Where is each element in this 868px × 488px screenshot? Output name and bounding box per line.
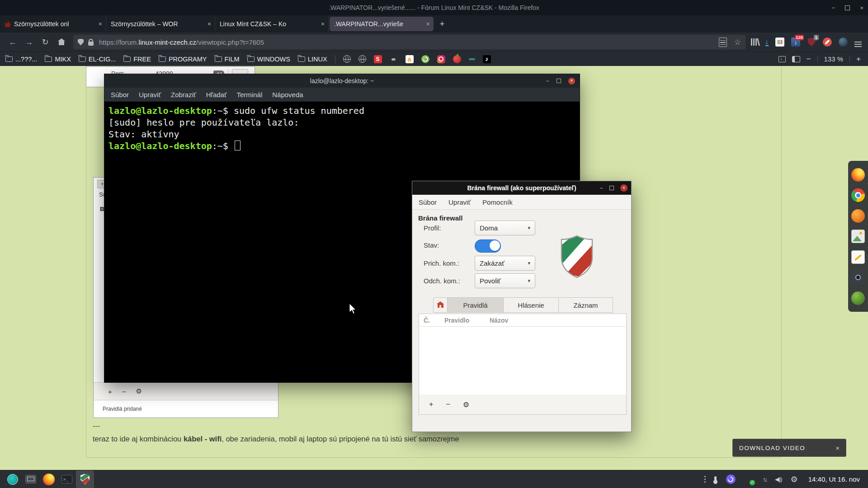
incoming-dropdown[interactable]: Zakázať xyxy=(475,256,535,271)
taskbar-firefox[interactable] xyxy=(40,470,58,488)
green-app-icon[interactable] xyxy=(851,291,865,305)
network-transfer-icon[interactable]: ↑↓ xyxy=(763,476,766,483)
s3-extension-icon[interactable]: S3 xyxy=(775,38,784,47)
instagram-bookmark-icon[interactable] xyxy=(437,55,445,63)
bookmark-folder[interactable]: FILM xyxy=(215,56,240,63)
close-icon[interactable] xyxy=(568,78,575,84)
menu-terminal[interactable]: Terminál xyxy=(237,91,263,99)
taskbar-firewall-active[interactable] xyxy=(76,470,94,488)
taskbar-files[interactable] xyxy=(22,470,40,488)
security-tray-icon[interactable]: ✓ xyxy=(744,474,754,484)
outgoing-dropdown[interactable]: Povoliť xyxy=(475,273,535,288)
tab-close-icon[interactable] xyxy=(321,20,325,28)
zoom-in-button[interactable] xyxy=(856,55,861,64)
infinity-site-bookmark-icon[interactable]: ∞ xyxy=(390,55,398,63)
reload-button[interactable]: ↻ xyxy=(37,35,53,49)
tab-pravidla[interactable]: Pravidlá xyxy=(448,297,504,313)
menu-upravit[interactable]: Upraviť xyxy=(139,91,161,99)
menu-hladat[interactable]: Hľadať xyxy=(206,91,227,99)
tab-szornyszulottek-1[interactable]: Szörnyszülöttek onl xyxy=(0,15,106,33)
status-toggle[interactable] xyxy=(475,239,501,253)
rules-table[interactable]: Č. Pravidlo Názov xyxy=(419,314,627,395)
tab-szornyszulottek-2[interactable]: Szörnyszülöttek – WOR xyxy=(106,15,215,33)
orange-app-icon[interactable] xyxy=(851,209,865,223)
tab-linux-mint-forum[interactable]: Linux Mint CZ&SK – Ko xyxy=(215,15,329,33)
notes-icon[interactable] xyxy=(851,250,865,264)
thermometer-icon[interactable] xyxy=(714,476,717,482)
add-rule-button[interactable] xyxy=(429,400,433,408)
bookmark-folder[interactable]: FREE xyxy=(123,56,151,63)
hammer-extension-icon[interactable] xyxy=(823,38,832,47)
tab-zaznam[interactable]: Záznam xyxy=(559,297,613,313)
menu-napoveda[interactable]: Nápoveda xyxy=(272,91,303,99)
tab-warpinator-active[interactable]: .WARPINATOR...vyrieše xyxy=(330,17,434,31)
menu-pomocnik[interactable]: Pomocník xyxy=(482,198,513,206)
viber-icon[interactable] xyxy=(726,474,736,484)
volume-icon[interactable]: ◀)) xyxy=(775,476,782,483)
bookmark-folder[interactable]: EL-CIG... xyxy=(79,56,116,63)
globe-extension-icon[interactable] xyxy=(839,38,848,47)
minimize-icon[interactable] xyxy=(546,78,549,84)
tiktok-bookmark-icon[interactable]: ♪ xyxy=(483,55,491,63)
close-icon[interactable] xyxy=(835,444,840,452)
tab-hlasenie[interactable]: Hlásenie xyxy=(504,297,559,313)
url-bar[interactable]: https://forum.linux-mint-czech.cz/viewto… xyxy=(73,35,745,49)
column-number[interactable]: Č. xyxy=(419,317,440,324)
lock-icon[interactable] xyxy=(88,42,94,46)
whatsapp-bookmark-icon[interactable] xyxy=(421,55,429,63)
firewall-titlebar[interactable]: Brána firewall (ako superpoužívateľ) xyxy=(412,181,631,195)
tab-close-icon[interactable] xyxy=(426,20,430,28)
chrome-icon[interactable] xyxy=(851,188,865,202)
adblock-extension-icon[interactable]: 1 xyxy=(807,38,816,47)
column-name[interactable]: Názov xyxy=(485,317,508,324)
back-button[interactable]: ← xyxy=(5,35,21,49)
maximize-icon[interactable] xyxy=(845,5,850,10)
s-site-bookmark-icon[interactable]: S xyxy=(374,55,382,63)
taskbar-terminal[interactable]: >_ xyxy=(58,470,76,488)
remove-rule-button[interactable] xyxy=(446,400,450,408)
minimize-icon[interactable] xyxy=(599,185,603,192)
edit-rule-button[interactable] xyxy=(463,400,469,409)
menu-zobrazit[interactable]: Zobraziť xyxy=(171,91,196,99)
settings-gear-icon[interactable] xyxy=(791,474,798,484)
video-downloader-extension-icon[interactable]: ↓120 xyxy=(791,38,800,47)
bookmark-folder[interactable]: LINUX xyxy=(298,56,327,63)
menu-subor[interactable]: Súbor xyxy=(111,91,129,99)
image-viewer-icon[interactable] xyxy=(851,230,865,243)
firefox-icon[interactable] xyxy=(851,168,865,182)
sidebar-toggle-icon[interactable] xyxy=(792,56,800,62)
apple-site-bookmark-icon[interactable] xyxy=(453,55,461,63)
home-tab[interactable] xyxy=(433,297,448,313)
close-icon[interactable] xyxy=(620,184,627,192)
bookmark-star-icon[interactable]: ☆ xyxy=(734,38,741,47)
hamburger-menu-icon[interactable] xyxy=(854,42,862,42)
terminal-titlebar[interactable]: lazlo@lazlo-desktop: ~ xyxy=(104,74,580,88)
library-icon[interactable] xyxy=(751,38,752,46)
tab-close-icon[interactable] xyxy=(208,20,211,28)
download-video-toast[interactable]: DOWNLOAD VIDEO xyxy=(732,439,846,457)
overflow-dots-icon[interactable] xyxy=(704,479,706,480)
screenshot-icon[interactable] xyxy=(851,271,865,284)
profile-dropdown[interactable]: Doma xyxy=(475,221,535,235)
import-tab-icon[interactable] xyxy=(778,56,786,62)
bookmark-folder[interactable]: ...???... xyxy=(5,56,37,63)
minimize-icon[interactable] xyxy=(832,5,835,11)
amazon-bookmark-icon[interactable]: a xyxy=(406,55,414,63)
forward-button[interactable]: → xyxy=(21,35,37,49)
globe-bookmark-icon[interactable] xyxy=(359,55,366,63)
url-text[interactable]: https://forum.linux-mint-czech.cz/viewto… xyxy=(99,38,719,46)
close-icon[interactable] xyxy=(860,5,863,11)
zoom-out-button[interactable] xyxy=(807,55,811,64)
home-button[interactable] xyxy=(53,35,70,49)
maximize-icon[interactable] xyxy=(557,79,561,83)
maximize-icon[interactable] xyxy=(609,186,614,190)
new-tab-button[interactable] xyxy=(434,15,450,33)
downloads-icon[interactable]: ↓ xyxy=(765,38,769,46)
globe-bookmark-icon[interactable] xyxy=(343,55,351,63)
column-rule[interactable]: Pravidlo xyxy=(440,317,485,324)
bookmark-folder[interactable]: PROGRAMY xyxy=(159,56,207,63)
clock[interactable]: 14:40, Ut 16. nov xyxy=(808,475,860,483)
dash-bookmark-icon[interactable] xyxy=(469,58,475,60)
bookmark-folder[interactable]: WINDOWS xyxy=(247,56,290,63)
tracking-protection-icon[interactable] xyxy=(78,39,84,46)
